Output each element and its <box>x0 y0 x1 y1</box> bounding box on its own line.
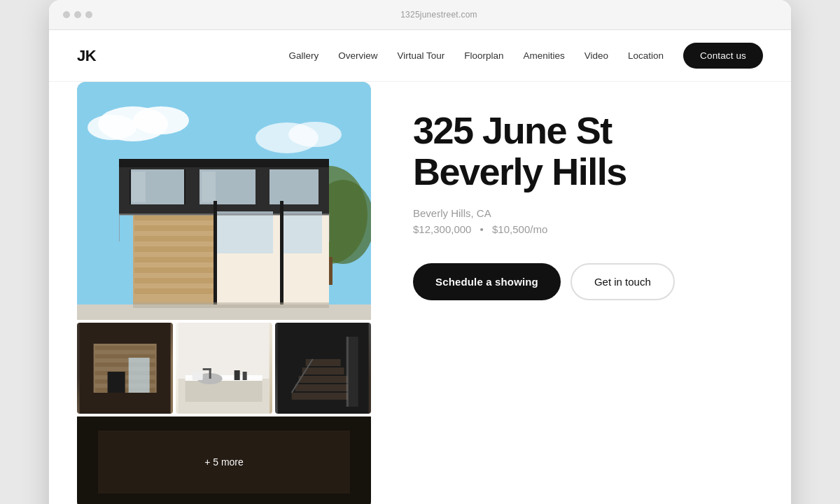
property-title: 325 June St Beverly Hills <box>413 110 763 193</box>
gallery-thumb-1[interactable] <box>77 323 173 414</box>
gallery-thumb-2[interactable] <box>176 323 272 414</box>
nav-link-gallery[interactable]: Gallery <box>288 50 318 61</box>
svg-rect-33 <box>329 214 330 241</box>
gallery-section: + 5 more <box>77 82 371 504</box>
more-label: + 5 more <box>204 456 244 468</box>
svg-rect-35 <box>280 201 284 306</box>
svg-rect-46 <box>108 372 125 393</box>
gallery-main-image[interactable] <box>77 82 371 320</box>
svg-rect-66 <box>346 337 348 407</box>
main-content: + 5 more 325 June St Beverly Hills Bever… <box>49 82 791 504</box>
browser-dot-1 <box>63 11 70 18</box>
svg-point-3 <box>88 115 136 140</box>
svg-rect-59 <box>291 393 354 400</box>
svg-rect-54 <box>203 368 211 370</box>
gallery-thumbnails <box>77 323 371 414</box>
browser-dot-2 <box>74 11 81 18</box>
property-location: Beverly Hills, CA <box>413 207 763 219</box>
navigation: JK Gallery Overview Virtual Tour Floorpl… <box>49 30 791 82</box>
cta-buttons: Schedule a showing Get in touch <box>413 263 763 300</box>
browser-bar: 1325junestreet.com <box>49 0 791 30</box>
property-info: 325 June St Beverly Hills Beverly Hills,… <box>413 82 763 300</box>
svg-rect-27 <box>132 172 146 202</box>
browser-url: 1325junestreet.com <box>101 10 777 20</box>
svg-rect-32 <box>119 214 120 241</box>
nav-link-amenities[interactable]: Amenities <box>523 50 564 61</box>
logo: JK <box>77 47 96 65</box>
browser-dot-3 <box>85 11 92 18</box>
browser-window: 1325junestreet.com JK Gallery Overview V… <box>49 0 791 504</box>
svg-rect-25 <box>130 169 131 204</box>
svg-rect-57 <box>192 372 203 380</box>
nav-links: Gallery Overview Virtual Tour Floorplan … <box>288 50 664 61</box>
svg-rect-31 <box>119 214 329 216</box>
nav-link-video[interactable]: Video <box>584 50 608 61</box>
svg-rect-51 <box>186 381 262 402</box>
svg-point-5 <box>288 122 342 147</box>
svg-rect-61 <box>298 376 347 383</box>
schedule-showing-button[interactable]: Schedule a showing <box>413 263 561 300</box>
svg-rect-62 <box>302 368 344 374</box>
svg-rect-21 <box>119 159 329 167</box>
nav-link-overview[interactable]: Overview <box>338 50 377 61</box>
svg-rect-26 <box>184 169 186 204</box>
nav-link-location[interactable]: Location <box>628 50 664 61</box>
svg-rect-18 <box>134 278 216 284</box>
svg-rect-60 <box>295 384 351 391</box>
svg-rect-14 <box>134 236 216 241</box>
svg-rect-24 <box>270 169 318 204</box>
svg-rect-16 <box>134 257 216 262</box>
svg-rect-29 <box>217 211 273 253</box>
svg-rect-65 <box>347 337 358 407</box>
svg-rect-19 <box>134 288 216 294</box>
svg-rect-13 <box>134 225 216 231</box>
get-in-touch-button[interactable]: Get in touch <box>570 263 675 300</box>
gallery-thumb-3[interactable] <box>275 323 371 414</box>
nav-link-floorplan[interactable]: Floorplan <box>464 50 503 61</box>
browser-dots <box>63 11 92 18</box>
svg-point-2 <box>133 106 189 134</box>
svg-rect-34 <box>214 201 217 306</box>
svg-rect-15 <box>134 246 216 252</box>
svg-rect-17 <box>134 267 216 273</box>
svg-rect-30 <box>284 211 322 253</box>
contact-us-button[interactable]: Contact us <box>683 43 763 69</box>
svg-rect-55 <box>234 370 240 380</box>
svg-rect-28 <box>202 172 216 202</box>
nav-link-virtual-tour[interactable]: Virtual Tour <box>397 50 444 61</box>
svg-rect-37 <box>133 302 329 308</box>
property-price: $12,300,000 • $10,500/mo <box>413 223 763 235</box>
svg-rect-40 <box>95 346 155 350</box>
svg-rect-12 <box>134 215 216 220</box>
svg-rect-47 <box>129 358 150 393</box>
svg-rect-56 <box>243 372 247 380</box>
gallery-more-overlay[interactable]: + 5 more <box>77 416 371 504</box>
